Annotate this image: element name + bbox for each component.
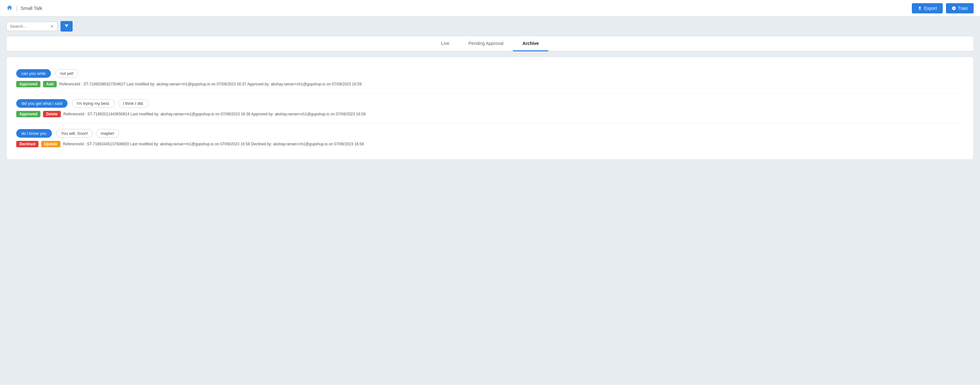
action-badge: Update xyxy=(41,141,60,147)
search-input[interactable] xyxy=(10,24,48,29)
tabs: Live Pending Approval Archive xyxy=(7,36,973,51)
meta-text: ReferenceId : ST-71893345137608920 Last … xyxy=(63,142,364,146)
search-wrapper: ✕ xyxy=(6,22,57,31)
header: | Small Talk Export Train xyxy=(0,0,980,17)
entry-top-2: do i know youYou will, Soon!maybe! xyxy=(16,129,964,138)
responses-1: I'm trying my best.I think I did. xyxy=(72,99,149,108)
status-badge: Approved xyxy=(16,81,40,87)
response-pill: I'm trying my best. xyxy=(72,99,115,108)
intent-tag-1: did you get what i said xyxy=(16,99,67,108)
entry-meta-0: ApprovedAddReferenceId : ST-718920903273… xyxy=(16,81,964,87)
entry-meta-1: ApprovedDeleteReferenceId : ST-718920114… xyxy=(16,111,964,117)
intent-tag-0: can you write xyxy=(16,69,51,78)
meta-text: ReferenceId : ST-71892011443650814 Last … xyxy=(64,112,366,116)
train-button[interactable]: Train xyxy=(946,3,974,13)
toolbar: ✕ xyxy=(0,17,980,36)
clear-icon[interactable]: ✕ xyxy=(50,24,54,29)
status-badge: Declined xyxy=(16,141,38,147)
export-button[interactable]: Export xyxy=(912,3,942,13)
entry-top-1: did you get what i saidI'm trying my bes… xyxy=(16,99,964,108)
entry-top-0: can you writenot yet! xyxy=(16,69,964,78)
filter-button[interactable] xyxy=(60,21,73,32)
tab-live[interactable]: Live xyxy=(432,36,459,51)
home-icon[interactable] xyxy=(6,5,13,12)
response-pill: maybe! xyxy=(96,129,119,138)
entry-row: can you writenot yet!ApprovedAddReferenc… xyxy=(16,64,964,93)
tab-pending-approval[interactable]: Pending Approval xyxy=(459,36,513,51)
response-pill: You will, Soon! xyxy=(56,129,93,138)
header-actions: Export Train xyxy=(912,3,974,13)
tabs-container: Live Pending Approval Archive xyxy=(6,36,974,52)
header-divider: | xyxy=(16,5,18,11)
header-left: | Small Talk xyxy=(6,5,42,12)
action-badge: Delete xyxy=(43,111,61,117)
meta-text: ReferenceId : ST-71892090327304627 Last … xyxy=(59,82,361,86)
responses-0: not yet! xyxy=(56,69,79,78)
entry-row: do i know youYou will, Soon!maybe!Declin… xyxy=(16,123,964,153)
response-pill: I think I did. xyxy=(118,99,149,108)
entry-row: did you get what i saidI'm trying my bes… xyxy=(16,93,964,123)
action-badge: Add xyxy=(43,81,57,87)
tab-archive[interactable]: Archive xyxy=(513,36,548,51)
content-area: can you writenot yet!ApprovedAddReferenc… xyxy=(6,57,974,160)
response-pill: not yet! xyxy=(56,69,79,78)
intent-tag-2: do i know you xyxy=(16,129,52,138)
entry-meta-2: DeclinedUpdateReferenceId : ST-718933451… xyxy=(16,141,964,147)
page-title: Small Talk xyxy=(21,5,42,11)
responses-2: You will, Soon!maybe! xyxy=(56,129,119,138)
status-badge: Approved xyxy=(16,111,40,117)
